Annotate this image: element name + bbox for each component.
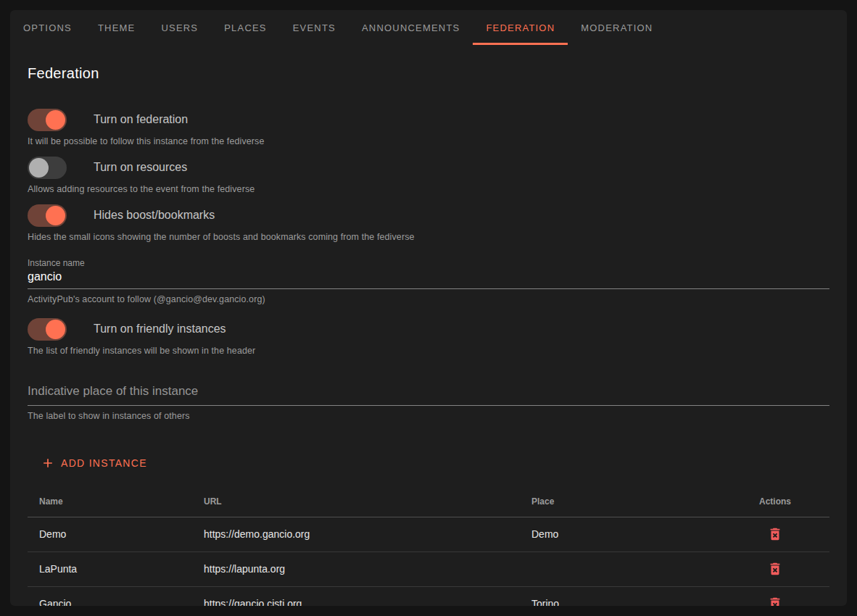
tab-theme[interactable]: THEME xyxy=(85,10,149,45)
table-row: Demohttps://demo.gancio.orgDemo xyxy=(28,517,829,552)
cell-name: LaPunta xyxy=(28,552,192,586)
tab-events[interactable]: EVENTS xyxy=(280,10,349,45)
tab-moderation[interactable]: MODERATION xyxy=(568,10,666,45)
instance-name-label: Instance name xyxy=(28,258,829,268)
cell-place xyxy=(520,552,721,586)
instance-place-field-group: The label to show in instances of others xyxy=(28,382,829,421)
cell-name: Demo xyxy=(28,517,192,552)
toggle-thumb xyxy=(29,158,49,178)
federation-toggle-label: Turn on federation xyxy=(94,113,188,126)
admin-tabs: OPTIONSTHEMEUSERSPLACESEVENTSANNOUNCEMEN… xyxy=(10,10,847,45)
trash-x-icon xyxy=(767,561,783,577)
cell-url: https://lapunta.org xyxy=(192,552,520,586)
setting-turn-on-resources: Turn on resources Allows adding resource… xyxy=(28,156,829,194)
toggle-thumb xyxy=(46,320,65,339)
delete-instance-button[interactable] xyxy=(764,558,786,580)
setting-friendly-instances: Turn on friendly instances The list of f… xyxy=(28,317,829,356)
tab-users[interactable]: USERS xyxy=(148,10,211,45)
delete-instance-button[interactable] xyxy=(764,593,786,606)
instance-place-input[interactable] xyxy=(28,382,829,406)
resources-toggle-label: Turn on resources xyxy=(94,161,187,174)
cell-actions xyxy=(721,586,829,606)
header-url: URL xyxy=(192,486,520,517)
cell-url: https://demo.gancio.org xyxy=(192,517,520,552)
delete-instance-button[interactable] xyxy=(764,523,786,545)
page-title: Federation xyxy=(28,65,829,82)
cell-place: Demo xyxy=(520,517,721,552)
trash-x-icon xyxy=(767,596,783,606)
federation-toggle-hint: It will be possible to follow this insta… xyxy=(28,136,829,146)
friendly-instances-toggle-hint: The list of friendly instances will be s… xyxy=(28,346,829,356)
hide-boost-toggle-hint: Hides the small icons showing the number… xyxy=(28,232,829,242)
trash-x-icon xyxy=(767,526,783,542)
tab-federation[interactable]: FEDERATION xyxy=(473,10,568,45)
resources-toggle-hint: Allows adding resources to the event fro… xyxy=(28,184,829,194)
add-instance-button[interactable]: ADD INSTANCE xyxy=(35,451,153,475)
setting-hides-boost-bookmarks: Hides boost/bookmarks Hides the small ic… xyxy=(28,204,829,242)
tab-announcements[interactable]: ANNOUNCEMENTS xyxy=(349,10,473,45)
instance-name-field-group: Instance name ActivityPub's account to f… xyxy=(28,258,829,304)
federation-toggle[interactable] xyxy=(28,109,67,131)
friendly-instances-toggle-label: Turn on friendly instances xyxy=(94,322,226,336)
instance-name-input[interactable] xyxy=(28,268,829,289)
table-header-row: Name URL Place Actions xyxy=(28,486,829,517)
friendly-instances-toggle[interactable] xyxy=(28,318,67,341)
cell-place: Torino xyxy=(520,586,721,606)
table-row: Ganciohttps://gancio.cisti.orgTorino xyxy=(28,586,829,606)
tab-places[interactable]: PLACES xyxy=(211,10,280,45)
cell-name: Gancio xyxy=(28,586,192,606)
instance-place-hint: The label to show in instances of others xyxy=(28,411,829,421)
hide-boost-toggle[interactable] xyxy=(28,204,67,227)
resources-toggle[interactable] xyxy=(28,157,67,179)
header-place: Place xyxy=(520,486,721,517)
cell-actions xyxy=(721,552,829,586)
hide-boost-toggle-label: Hides boost/bookmarks xyxy=(94,209,215,222)
admin-panel-card: OPTIONSTHEMEUSERSPLACESEVENTSANNOUNCEMEN… xyxy=(10,10,847,606)
cell-url: https://gancio.cisti.org xyxy=(192,586,520,606)
friendly-instances-table: Name URL Place Actions Demohttps://demo.… xyxy=(28,486,829,606)
tab-options[interactable]: OPTIONS xyxy=(10,10,85,45)
cell-actions xyxy=(721,517,829,552)
toggle-thumb xyxy=(46,206,65,225)
table-row: LaPuntahttps://lapunta.org xyxy=(28,552,829,586)
add-instance-label: ADD INSTANCE xyxy=(61,457,147,469)
instance-name-hint: ActivityPub's account to follow (@gancio… xyxy=(28,294,829,304)
toggle-thumb xyxy=(46,110,65,130)
plus-icon xyxy=(41,456,55,470)
setting-turn-on-federation: Turn on federation It will be possible t… xyxy=(28,108,829,146)
header-actions: Actions xyxy=(721,486,829,517)
federation-settings: Federation Turn on federation It will be… xyxy=(10,45,847,606)
header-name: Name xyxy=(28,486,192,517)
